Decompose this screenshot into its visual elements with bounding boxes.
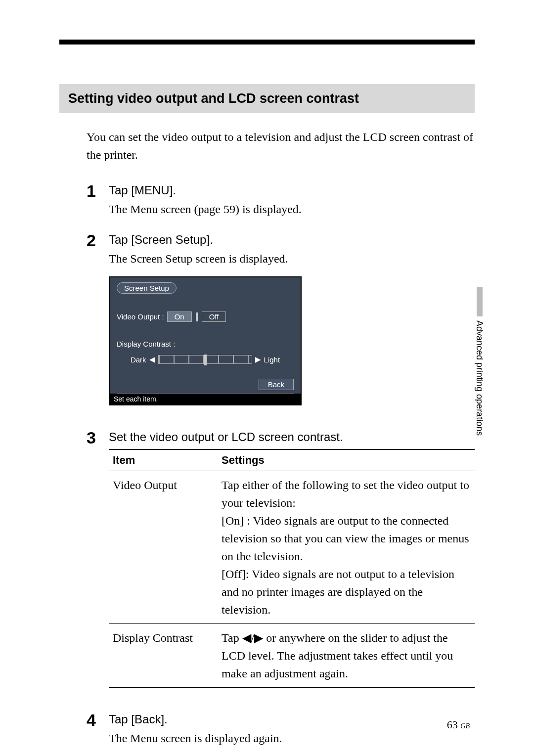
intro-text: You can set the video output to a televi… [87,128,475,164]
side-tab-bar [477,287,483,316]
table-row: Video Output Tap either of the following… [109,471,475,624]
step-number: 2 [87,232,109,249]
step-3: 3 Set the video output or LCD screen con… [87,430,475,688]
step-2: 2 Tap [Screen Setup]. The Screen Setup s… [87,233,475,415]
col-settings-header: Settings [218,449,475,471]
side-tab-text: Advanced printing operations [474,320,485,436]
back-button[interactable]: Back [259,379,294,390]
light-label: Light [264,356,280,364]
slider-thumb[interactable] [204,355,207,365]
right-arrow-icon[interactable]: ▶ [255,355,261,364]
col-item-header: Item [109,449,218,471]
screen-setup-mock: Screen Setup Video Output : On Off Displ… [109,276,302,405]
step-number: 3 [87,429,109,446]
table-row: Display Contrast Tap ◀/▶ or anywhere on … [109,624,475,688]
page-region: GB [460,722,470,730]
video-on-button[interactable]: On [167,311,192,322]
settings-cell: Tap ◀/▶ or anywhere on the slider to adj… [218,624,475,688]
page-number: 63 GB [447,718,470,731]
step-desc: The Menu screen is displayed again. [109,729,475,747]
dark-label: Dark [131,356,146,364]
settings-cell: Tap either of the following to set the v… [218,471,475,624]
screen-tab-label: Screen Setup [117,282,177,294]
step-title: Tap [MENU]. [109,183,475,197]
section-side-tab: Advanced printing operations [474,287,485,436]
status-bar: Set each item. [110,394,301,404]
item-cell: Video Output [109,471,218,624]
page-num-value: 63 [447,718,458,731]
step-desc: The Menu screen (page 59) is displayed. [109,200,475,218]
display-contrast-label: Display Contrast : [117,340,294,348]
step-title: Tap [Back]. [109,712,475,726]
section-heading: Setting video output and LCD screen cont… [59,84,475,113]
toggle-divider [196,312,198,321]
step-title: Set the video output or LCD screen contr… [109,430,475,444]
top-divider [59,40,475,44]
step-4: 4 Tap [Back]. The Menu screen is display… [87,712,475,747]
video-off-button[interactable]: Off [202,311,226,322]
step-title: Tap [Screen Setup]. [109,233,475,247]
settings-table: Item Settings Video Output Tap either of… [109,449,475,688]
contrast-slider[interactable] [158,355,252,364]
step-1: 1 Tap [MENU]. The Menu screen (page 59) … [87,183,475,218]
item-cell: Display Contrast [109,624,218,688]
video-output-label: Video Output : [117,312,164,321]
step-number: 4 [87,712,109,728]
left-arrow-icon[interactable]: ◀ [149,355,155,364]
step-desc: The Screen Setup screen is displayed. [109,250,475,267]
step-number: 1 [87,182,109,199]
